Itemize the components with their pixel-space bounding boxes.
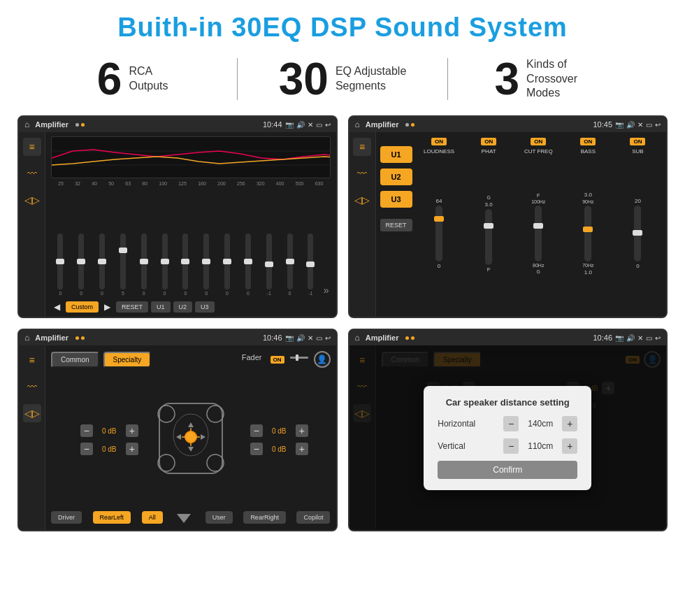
u1-btn-eq[interactable]: U1: [151, 301, 171, 313]
next-btn[interactable]: ▶: [101, 302, 113, 312]
dot5: [75, 336, 79, 340]
vertical-minus[interactable]: −: [503, 438, 519, 454]
custom-btn[interactable]: Custom: [66, 301, 99, 313]
horizontal-minus[interactable]: −: [503, 416, 519, 431]
left-sidebar-1: ≡ 〰 ◁▷: [19, 132, 45, 317]
back-icon-4: ↩: [655, 334, 661, 342]
speaker-icon-2[interactable]: ◁▷: [353, 191, 371, 209]
wave-icon[interactable]: 〰: [23, 164, 41, 182]
rearleft-btn2[interactable]: RearRight: [243, 511, 286, 524]
fader-main: Common Specialty Fader ON 👤 −: [45, 345, 336, 530]
db-plus-3[interactable]: +: [296, 424, 308, 437]
app-name-1: Amplifier: [35, 120, 68, 129]
db-plus-1[interactable]: +: [126, 424, 138, 437]
minimize-icon-4: ▭: [646, 334, 652, 342]
horizontal-plus[interactable]: +: [562, 416, 577, 431]
eq-icon[interactable]: ≡: [23, 138, 41, 156]
eq-slider-6[interactable]: 0: [155, 234, 174, 296]
prev-btn[interactable]: ◀: [51, 302, 63, 312]
status-icons-3: 📷 🔊 ✕ ▭ ↩: [285, 334, 331, 342]
db-row-1: − 0 dB +: [80, 424, 138, 437]
eq-slider-7[interactable]: 0: [176, 234, 195, 296]
arrow-right[interactable]: »: [324, 285, 329, 296]
eq-graph-svg: [52, 137, 330, 178]
eq-slider-10[interactable]: 0: [238, 234, 257, 296]
db-minus-2[interactable]: −: [80, 443, 93, 455]
all-btn[interactable]: All: [142, 511, 163, 524]
eq-slider-8[interactable]: 0: [197, 234, 216, 296]
vertical-plus[interactable]: +: [562, 438, 577, 454]
reset-btn-xo[interactable]: RESET: [380, 219, 412, 231]
db-minus-4[interactable]: −: [250, 443, 263, 455]
u1-btn[interactable]: U1: [380, 146, 412, 163]
eq-slider-11[interactable]: -1: [259, 234, 278, 296]
driver-btn[interactable]: Driver: [51, 511, 82, 524]
db-plus-4[interactable]: +: [296, 443, 308, 455]
db-controls-right: − 0 dB + − 0 dB +: [250, 424, 308, 455]
freq-labels: 2532405063 80100125160200 25032040050063…: [51, 181, 331, 186]
u3-btn[interactable]: U3: [380, 191, 412, 208]
user-btn[interactable]: User: [206, 511, 233, 524]
horizontal-row: Horizontal − 140cm +: [438, 416, 577, 431]
u2-btn-eq[interactable]: U2: [173, 301, 193, 313]
cutfreq-slider[interactable]: F 100Hz 80Hz G: [531, 156, 545, 311]
speaker-icon-3[interactable]: ◁▷: [23, 404, 41, 422]
u-buttons: U1 U2 U3 RESET: [376, 132, 417, 317]
phat-label: PHAT: [482, 148, 496, 155]
eq-icon-2[interactable]: ≡: [353, 138, 371, 156]
dialog-overlay: Car speaker distance setting Horizontal …: [349, 345, 667, 530]
status-dots-1: [75, 123, 85, 127]
svg-marker-17: [177, 514, 191, 523]
u2-btn[interactable]: U2: [380, 169, 412, 185]
xo-col-cutfreq: ON CUT FREQ F 100Hz 80Hz G: [516, 138, 561, 311]
wave-icon-2[interactable]: 〰: [353, 164, 371, 182]
fader-slider-icon[interactable]: [289, 352, 310, 366]
home-icon-4[interactable]: ⌂: [355, 333, 360, 343]
eq-slider-3[interactable]: 0: [93, 234, 112, 296]
eq-graph: [51, 136, 331, 178]
car-diagram-wrap: [145, 396, 236, 483]
vertical-controls: − 110cm +: [503, 438, 577, 454]
fader-tab-row: Common Specialty Fader ON 👤: [51, 351, 331, 368]
db-row-3: − 0 dB +: [250, 424, 308, 437]
rearleft-btn[interactable]: RearLeft: [93, 511, 131, 524]
svg-marker-15: [176, 434, 181, 440]
db-plus-2[interactable]: +: [126, 443, 138, 455]
copilot-btn[interactable]: Copilot: [296, 511, 330, 524]
screen1-content: ≡ 〰 ◁▷ 2532405063: [19, 132, 336, 317]
eq-slider-9[interactable]: 0: [218, 234, 237, 296]
dot3: [405, 123, 409, 127]
wave-icon-3[interactable]: 〰: [23, 378, 41, 396]
db-minus-3[interactable]: −: [250, 424, 263, 437]
loudness-slider[interactable]: 64 0: [435, 156, 442, 311]
u3-btn-eq[interactable]: U3: [195, 301, 215, 313]
db-minus-1[interactable]: −: [80, 424, 93, 437]
common-tab[interactable]: Common: [51, 352, 99, 368]
home-icon-2[interactable]: ⌂: [355, 120, 360, 129]
app-name-2: Amplifier: [366, 120, 399, 129]
stat-crossover-label: Kinds ofCrossover Modes: [526, 57, 610, 101]
eq-slider-4[interactable]: 5: [113, 234, 132, 296]
eq-slider-13[interactable]: -1: [301, 234, 320, 296]
eq-slider-5[interactable]: 0: [134, 234, 153, 296]
dot1: [75, 123, 79, 127]
back-icon-2: ↩: [655, 121, 661, 129]
dialog-title: Car speaker distance setting: [438, 397, 577, 408]
db-controls-left: − 0 dB + − 0 dB +: [80, 424, 138, 455]
close-icon-2: ✕: [637, 121, 643, 129]
eq-icon-3[interactable]: ≡: [23, 351, 41, 369]
home-icon-1[interactable]: ⌂: [24, 120, 29, 129]
sub-slider[interactable]: 20 0: [634, 156, 641, 311]
home-icon-3[interactable]: ⌂: [24, 333, 29, 343]
eq-slider-1[interactable]: 0: [51, 234, 70, 296]
phat-slider[interactable]: G 3.0 F: [485, 156, 493, 311]
speaker-icon[interactable]: ◁▷: [23, 191, 41, 209]
profile-icon[interactable]: 👤: [314, 351, 331, 368]
reset-btn-eq[interactable]: RESET: [116, 301, 148, 313]
eq-slider-12[interactable]: 0: [280, 234, 299, 296]
specialty-tab[interactable]: Specialty: [103, 352, 152, 368]
db-row-4: − 0 dB +: [250, 443, 308, 455]
confirm-button[interactable]: Confirm: [438, 461, 577, 479]
eq-slider-2[interactable]: 0: [72, 234, 91, 296]
bass-slider[interactable]: 3.0 90Hz 70Hz 1.0: [582, 156, 593, 311]
